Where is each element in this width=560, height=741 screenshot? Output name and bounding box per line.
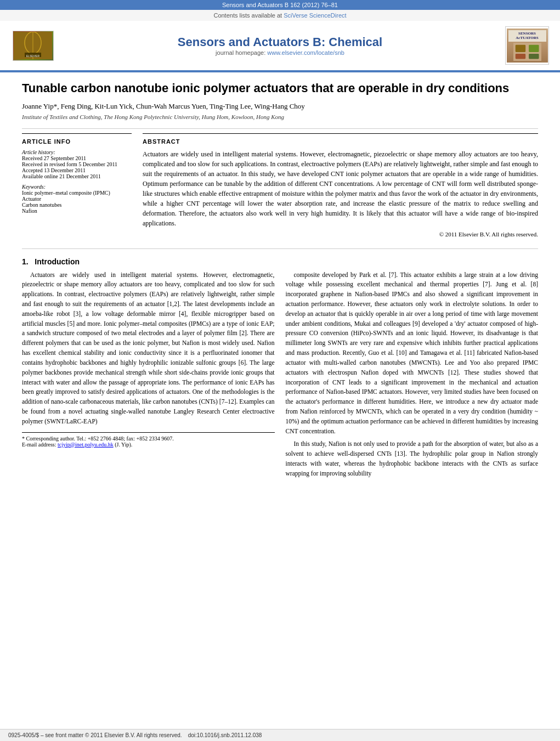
- sensors-actuators-logo: SENSORSAcTUATORS: [505, 26, 549, 65]
- content-divider: [22, 128, 538, 129]
- article-title: Tunable carbon nanotube ionic polymer ac…: [22, 81, 538, 97]
- sa-logo-text: SENSORSAcTUATORS: [508, 30, 546, 42]
- affiliation: Institute of Textiles and Clothing, The …: [22, 114, 538, 120]
- journal-homepage: journal homepage: www.elsevier.com/locat…: [55, 49, 505, 56]
- footer-issn: 0925-4005/$ – see front matter © 2011 El…: [8, 732, 182, 738]
- abstract-section: ABSTRACT Actuators are widely used in in…: [143, 133, 538, 237]
- journal-citation: Sensors and Actuators B 162 (2012) 76–81: [222, 2, 338, 8]
- footnote-area: * Corresponding author. Tel.: +852 2766 …: [22, 432, 275, 448]
- revised-date: Received in revised form 5 December 2011: [22, 161, 132, 167]
- article-info-title: ARTICLE INFO: [22, 138, 132, 145]
- svg-text:ELSEVIER: ELSEVIER: [26, 54, 40, 58]
- sciverse-bar: Contents lists available at SciVerse Sci…: [0, 10, 560, 21]
- available-date: Available online 21 December 2011: [22, 173, 132, 179]
- page: Sensors and Actuators B 162 (2012) 76–81…: [0, 0, 560, 741]
- intro-col1-paragraph: Actuators are widely used in intelligent…: [22, 270, 275, 427]
- footer-bar: 0925-4005/$ – see front matter © 2011 El…: [0, 729, 560, 741]
- homepage-link[interactable]: www.elsevier.com/locate/snb: [267, 49, 344, 56]
- journal-title: Sensors and Actuators B: Chemical: [55, 35, 505, 49]
- elsevier-logo-image: ELSEVIER: [13, 31, 54, 61]
- journal-header: ELSEVIER Sensors and Actuators B: Chemic…: [0, 21, 560, 70]
- intro-col2-text: composite developed by Park et al. [7]. …: [286, 270, 539, 479]
- svg-rect-6: [515, 44, 525, 52]
- footnote-email: E-mail address: tcjyip@inet.polyu.edu.hk…: [22, 442, 275, 448]
- sciverse-link[interactable]: SciVerse ScienceDirect: [284, 12, 346, 19]
- abstract-text: Actuators are widely used in intelligent…: [143, 149, 538, 228]
- header-area: Contents lists available at SciVerse Sci…: [0, 10, 560, 71]
- body-columns: Actuators are widely used in intelligent…: [22, 270, 538, 482]
- sciverse-prefix: Contents lists available at: [213, 12, 284, 19]
- introduction-heading: 1. Introduction: [22, 257, 538, 266]
- body-col-right: composite developed by Park et al. [7]. …: [286, 270, 539, 482]
- authors: Joanne Yip*, Feng Ding, Kit-Lun Yick, Ch…: [22, 102, 538, 111]
- keywords-section: Keywords: Ionic polymer–metal composite …: [22, 184, 132, 214]
- abstract-title: ABSTRACT: [143, 138, 538, 145]
- elsevier-logo: ELSEVIER: [11, 29, 55, 62]
- footer-doi: doi:10.1016/j.snb.2011.12.038: [188, 732, 262, 738]
- keyword-3: Carbon nanotubes: [22, 202, 132, 208]
- footnote-corresponding: * Corresponding author. Tel.: +852 2766 …: [22, 435, 275, 442]
- history-label: Article history:: [22, 149, 132, 155]
- intro-col2-paragraph1: composite developed by Park et al. [7]. …: [286, 270, 539, 437]
- keyword-2: Actuator: [22, 196, 132, 202]
- sa-logo-image: SENSORSAcTUATORS: [507, 29, 548, 63]
- main-content: Tunable carbon nanotube ionic polymer ac…: [0, 72, 560, 729]
- history-section: Article history: Received 27 September 2…: [22, 149, 132, 179]
- svg-rect-9: [529, 54, 539, 59]
- footnote-email-suffix: (J. Yip).: [115, 442, 132, 448]
- body-col-left: Actuators are widely used in intelligent…: [22, 270, 275, 482]
- section-title-text: Introduction: [35, 257, 80, 266]
- intro-col2-paragraph2: In this study, Nafion is not only used t…: [286, 439, 539, 478]
- intro-col1-text: Actuators are widely used in intelligent…: [22, 270, 275, 427]
- svg-rect-7: [529, 44, 539, 52]
- section-number: 1.: [22, 257, 29, 266]
- journal-title-block: Sensors and Actuators B: Chemical journa…: [55, 35, 505, 56]
- keyword-4: Nafion: [22, 208, 132, 214]
- keyword-1: Ionic polymer–metal composite (IPMC): [22, 190, 132, 196]
- footnote-email-prefix: E-mail address:: [22, 442, 58, 448]
- homepage-label: journal homepage:: [216, 49, 267, 56]
- keywords-label: Keywords:: [22, 184, 132, 190]
- body-divider: [22, 248, 538, 249]
- copyright: © 2011 Elsevier B.V. All rights reserved…: [143, 231, 538, 237]
- accepted-date: Accepted 13 December 2011: [22, 167, 132, 173]
- journal-citation-bar: Sensors and Actuators B 162 (2012) 76–81: [0, 0, 560, 10]
- received-date: Received 27 September 2011: [22, 155, 132, 161]
- svg-rect-8: [515, 54, 525, 59]
- footnote-email-link[interactable]: tcjyip@inet.polyu.edu.hk: [58, 442, 114, 448]
- article-info: ARTICLE INFO Article history: Received 2…: [22, 133, 132, 237]
- article-info-abstract: ARTICLE INFO Article history: Received 2…: [22, 133, 538, 237]
